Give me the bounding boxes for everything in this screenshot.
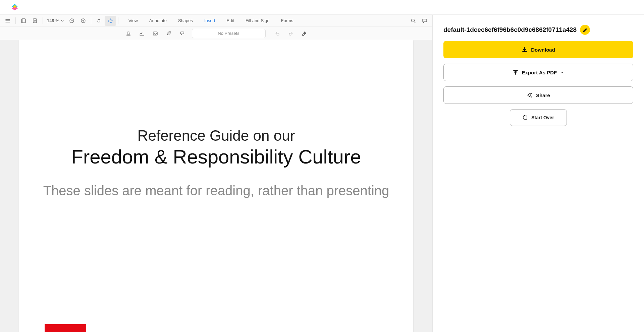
search-icon[interactable] — [408, 16, 419, 26]
chevron-down-icon — [61, 19, 64, 22]
presets-label: No Presets — [218, 31, 239, 36]
tab-edit[interactable]: Edit — [221, 16, 239, 26]
brand-bar — [0, 0, 644, 15]
redo-icon[interactable] — [285, 28, 297, 39]
document-viewport[interactable]: Reference Guide on our Freedom & Respons… — [0, 40, 432, 332]
svg-line-15 — [414, 21, 416, 23]
upload-icon — [513, 69, 519, 75]
download-label: Download — [531, 47, 555, 53]
slide-subtitle: Reference Guide on our — [39, 127, 393, 144]
tab-insert[interactable]: Insert — [199, 16, 221, 26]
image-icon[interactable] — [150, 28, 161, 39]
download-button[interactable]: Download — [443, 41, 633, 58]
share-icon — [527, 92, 533, 98]
tab-annotate[interactable]: Annotate — [144, 16, 172, 26]
attachment-icon[interactable] — [163, 28, 174, 39]
document-title: default-1dcec6ef6f96b6c0d9c6862f0711a428 — [443, 26, 577, 34]
app-logo — [10, 3, 19, 12]
actions-sidebar: default-1dcec6ef6f96b6c0d9c6862f0711a428… — [433, 15, 644, 332]
zoom-out-icon[interactable] — [66, 16, 77, 26]
document-page: Reference Guide on our Freedom & Respons… — [19, 40, 413, 332]
start-over-button[interactable]: Start Over — [510, 109, 567, 126]
presets-dropdown[interactable]: No Presets — [192, 29, 266, 38]
svg-point-17 — [154, 32, 155, 33]
slide-title: Freedom & Responsibility Culture — [39, 146, 393, 168]
select-icon[interactable] — [105, 16, 116, 26]
insert-toolbar: No Presets — [0, 27, 432, 40]
menu-icon[interactable] — [2, 16, 13, 26]
slide-note: These slides are meant for reading, rath… — [39, 182, 393, 199]
share-label: Share — [536, 92, 550, 98]
panel-toggle-icon[interactable] — [18, 16, 29, 26]
separator — [118, 17, 118, 24]
svg-rect-18 — [180, 32, 184, 34]
separator — [91, 17, 91, 24]
download-icon — [522, 47, 528, 53]
page-view-icon[interactable] — [29, 16, 41, 26]
tab-forms[interactable]: Forms — [275, 16, 299, 26]
separator — [43, 17, 43, 24]
edit-title-button[interactable] — [580, 25, 590, 35]
callout-icon[interactable] — [176, 28, 188, 39]
zoom-value: 149 % — [47, 18, 59, 23]
comment-icon[interactable] — [419, 16, 430, 26]
main-toolbar: 149 % View Annotate Shapes Insert — [0, 15, 432, 27]
zoom-selector[interactable]: 149 % — [45, 18, 66, 23]
caret-down-icon — [560, 70, 564, 74]
svg-point-3 — [34, 20, 36, 21]
pencil-icon — [583, 27, 588, 32]
netflix-logo: NETFLIX — [45, 324, 86, 332]
pan-hand-icon[interactable] — [93, 16, 105, 26]
tab-fill-and-sign[interactable]: Fill and Sign — [240, 16, 275, 26]
viewer-pane: 149 % View Annotate Shapes Insert — [0, 15, 433, 332]
export-button[interactable]: Export As PDF — [443, 64, 633, 81]
eraser-icon[interactable] — [299, 28, 310, 39]
separator — [15, 17, 16, 24]
signature-icon[interactable] — [136, 28, 148, 39]
tab-view[interactable]: View — [123, 16, 143, 26]
share-button[interactable]: Share — [443, 86, 633, 104]
restart-icon — [523, 115, 528, 120]
export-label: Export As PDF — [522, 70, 557, 75]
start-over-label: Start Over — [531, 115, 554, 120]
netflix-logo-text: NETFLIX — [49, 330, 82, 332]
undo-icon[interactable] — [272, 28, 283, 39]
svg-rect-0 — [21, 19, 25, 23]
zoom-in-icon[interactable] — [77, 16, 89, 26]
stamp-icon[interactable] — [123, 28, 134, 39]
toolbar-tabs: View Annotate Shapes Insert Edit Fill an… — [123, 16, 299, 26]
tab-shapes[interactable]: Shapes — [173, 16, 198, 26]
svg-rect-2 — [33, 19, 37, 23]
